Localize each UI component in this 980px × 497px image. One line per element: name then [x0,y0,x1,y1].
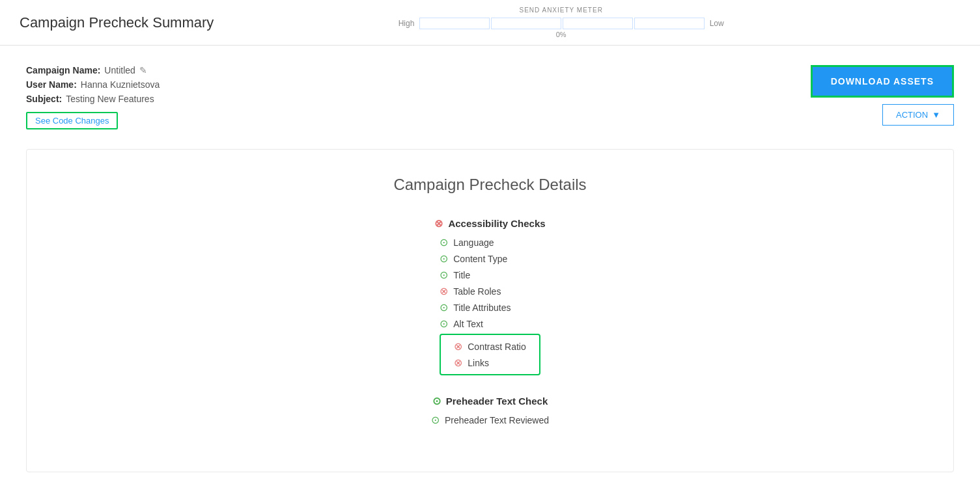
preheader-section: ⊙ Preheader Text Check ⊙ Preheader Text … [40,395,940,426]
meter-percent: 0% [556,31,567,38]
title-attributes-label: Title Attributes [453,302,511,313]
check-item-title: ⊙ Title [440,269,470,281]
language-status-icon: ⊙ [440,236,448,248]
preheader-items: ⊙ Preheader Text Reviewed [431,414,549,426]
accessibility-section: ⊗ Accessibility Checks ⊙ Language ⊙ Cont… [40,217,940,375]
check-item-contrast-ratio: ⊗ Contrast Ratio [454,340,525,353]
meter-segment-1 [419,18,490,29]
preheader-reviewed-label: Preheader Text Reviewed [445,415,549,425]
meter-segment-2 [491,18,561,29]
user-name-value: Hanna Kuznietsova [81,79,160,90]
preheader-header-label: Preheader Text Check [446,396,548,407]
accessibility-header: ⊗ Accessibility Checks [434,217,545,230]
see-code-link[interactable]: See Code Changes [26,112,118,129]
precheck-title: Campaign Precheck Details [40,176,940,194]
campaign-name-value: Untitled [104,65,135,75]
user-name-label: User Name: [26,79,77,90]
campaign-name-row: Campaign Name: Untitled ✎ [26,65,160,75]
check-item-alt-text: ⊙ Alt Text [440,317,483,330]
check-item-content-type: ⊙ Content Type [440,252,507,265]
contrast-ratio-status-icon: ⊗ [454,340,462,353]
title-attributes-status-icon: ⊙ [440,301,448,314]
meter-high: High [399,19,415,28]
language-label: Language [453,237,494,248]
title-status-icon: ⊙ [440,269,448,281]
meter-segment-4 [634,18,705,29]
check-item-links: ⊗ Links [454,356,525,369]
precheck-card: Campaign Precheck Details ⊗ Accessibilit… [26,149,954,472]
check-item-table-roles: ⊗ Table Roles [440,285,501,297]
meter-row: High Low [399,18,724,29]
chevron-down-icon: ▼ [932,110,940,120]
alt-text-label: Alt Text [453,319,483,329]
check-item-title-attributes: ⊙ Title Attributes [440,301,511,314]
links-status-icon: ⊗ [454,356,462,369]
accessibility-status-icon: ⊗ [434,217,443,230]
meter-segment-3 [563,18,633,29]
preheader-reviewed-icon: ⊙ [431,414,440,426]
title-label: Title [453,270,470,280]
contrast-ratio-label: Contrast Ratio [468,342,525,352]
accessibility-header-label: Accessibility Checks [448,218,545,229]
page-title: Campaign Precheck Summary [20,14,214,31]
top-bar: Campaign Precheck Summary SEND ANXIETY M… [0,0,980,46]
alt-text-status-icon: ⊙ [440,317,448,330]
accessibility-items: ⊙ Language ⊙ Content Type ⊙ Title ⊗ Tabl… [440,236,540,375]
download-assets-button[interactable]: DOWNLOAD ASSETS [811,65,954,98]
action-label: ACTION [896,110,928,120]
table-roles-label: Table Roles [453,286,501,297]
highlighted-items-box: ⊗ Contrast Ratio ⊗ Links [440,334,540,375]
meter-bar [419,18,704,29]
preheader-status-icon: ⊙ [432,395,441,407]
campaign-info: Campaign Name: Untitled ✎ User Name: Han… [26,65,160,129]
subject-label: Subject: [26,94,62,104]
check-item-language: ⊙ Language [440,236,494,248]
content-type-status-icon: ⊙ [440,252,448,265]
meter-label: SEND ANXIETY METER [519,7,602,14]
top-right-actions: DOWNLOAD ASSETS ACTION ▼ [811,65,954,126]
main-content: Campaign Name: Untitled ✎ User Name: Han… [0,46,980,492]
meter-low: Low [710,19,724,28]
subject-value: Testing New Features [66,94,154,104]
send-anxiety-meter: SEND ANXIETY METER High Low 0% [399,7,724,38]
table-roles-status-icon: ⊗ [440,285,448,297]
user-name-row: User Name: Hanna Kuznietsova [26,79,160,90]
preheader-header: ⊙ Preheader Text Check [432,395,548,407]
subject-row: Subject: Testing New Features [26,94,160,104]
links-label: Links [468,358,489,368]
content-type-label: Content Type [453,254,507,264]
action-button[interactable]: ACTION ▼ [882,104,954,126]
campaign-name-label: Campaign Name: [26,65,100,75]
check-item-preheader-reviewed: ⊙ Preheader Text Reviewed [431,414,549,426]
edit-icon[interactable]: ✎ [139,65,147,75]
